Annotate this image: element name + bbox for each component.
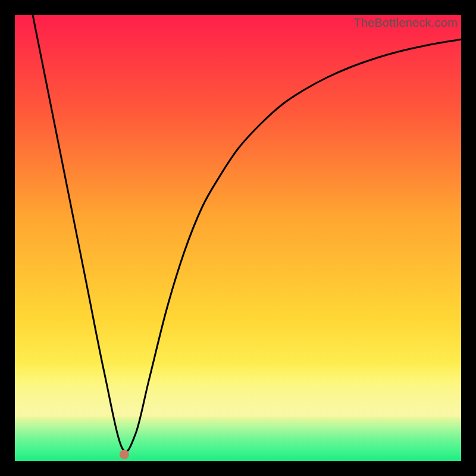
chart-frame: TheBottleneck.com [0, 0, 476, 476]
bottleneck-curve [33, 15, 461, 452]
curve-layer [15, 15, 461, 461]
plot-area: TheBottleneck.com [15, 15, 461, 461]
watermark-text: TheBottleneck.com [353, 16, 458, 30]
minimum-marker [120, 450, 129, 459]
